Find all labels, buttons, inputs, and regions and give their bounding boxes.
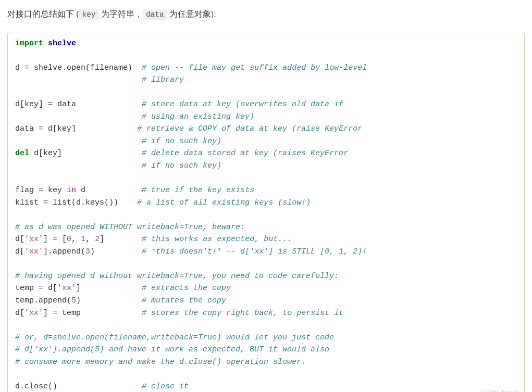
comment: # true if the key exists <box>142 186 254 195</box>
code-text: d[key] <box>43 124 137 133</box>
comment: # *this doesn't!* -- d['xx'] is STILL [0… <box>142 247 367 256</box>
comment: # delete data stored at key (raises KeyE… <box>142 149 348 158</box>
code-text: temp.append( <box>15 296 71 305</box>
code-pad <box>15 137 142 146</box>
comment: # close it <box>142 382 189 391</box>
op-eq: = <box>24 64 29 72</box>
intro-text-mid: 为字符串， <box>99 9 143 18</box>
code-text: data <box>53 100 142 109</box>
intro-paragraph: 对接口的总结如下 (key 为字符串，data 为任意对象): <box>7 6 525 22</box>
keyword-del: del <box>15 149 29 158</box>
code-text: d <box>15 64 24 72</box>
op-eq: = <box>48 100 53 109</box>
string: 'xx' <box>24 235 43 244</box>
number: 0 <box>67 235 71 244</box>
code-text: ) <box>76 296 142 305</box>
code-text: ].append( <box>43 247 85 256</box>
code-pad <box>15 75 142 84</box>
code-text: (d.keys()) <box>71 198 137 207</box>
code-text: d[ <box>15 247 24 256</box>
number: 1 <box>81 235 85 244</box>
code-text: d[key] <box>29 149 142 158</box>
keyword-in: in <box>67 186 76 195</box>
keyword-import: import <box>15 39 43 48</box>
op-eq: = <box>43 198 48 207</box>
op-eq: = <box>53 309 57 318</box>
op-eq: = <box>39 124 43 133</box>
comment: # a list of all existing keys (slow!) <box>137 198 311 207</box>
code-pad <box>15 112 142 121</box>
comment: # if no such key) <box>142 137 221 146</box>
code-text: [ <box>57 235 67 244</box>
comment: # or, d=shelve.open(filename,writeback=T… <box>15 333 334 342</box>
number: 5 <box>71 296 76 305</box>
string: 'xx' <box>24 247 43 256</box>
comment: # consume more memory and make the d.clo… <box>15 358 306 366</box>
inline-code-key: key <box>79 9 98 20</box>
comment: # mutates the copy <box>142 296 226 305</box>
code-text: , <box>85 235 95 244</box>
comment: # using an existing key) <box>142 112 254 121</box>
code-text: d <box>76 186 142 195</box>
op-eq: = <box>39 284 43 293</box>
intro-text-suffix: 为任意对象): <box>167 9 216 18</box>
code-block: import shelve d = shelve.open(filename) … <box>7 32 525 392</box>
code-text: d.close() <box>15 382 142 391</box>
code-pad <box>15 161 142 170</box>
comment: # having opened d without writeback=True… <box>15 272 339 281</box>
code-text: shelve.open(filename) <box>29 64 142 72</box>
comment: # extracts the copy <box>142 284 231 293</box>
comment: # stores the copy right back, to persist… <box>142 309 343 318</box>
number: 2 <box>95 235 100 244</box>
code-text: ] <box>43 235 53 244</box>
code-text: ] <box>43 309 53 318</box>
string: 'xx' <box>57 284 76 293</box>
comment: # store data at key (overwrites old data… <box>142 100 343 109</box>
code-text: ] <box>100 235 142 244</box>
code-text: ) <box>90 247 142 256</box>
code-text: temp <box>15 284 39 293</box>
op-eq: = <box>39 186 43 195</box>
watermark: CSDN @qslife <box>482 389 520 392</box>
code-text: ] <box>76 284 142 293</box>
string: 'xx' <box>24 309 43 318</box>
comment: # open -- file may get suffix added by l… <box>142 64 367 72</box>
code-text: d[ <box>15 309 24 318</box>
inline-code-data: data <box>143 9 167 20</box>
comment: # if no such key) <box>142 161 221 170</box>
code-text: key <box>43 186 67 195</box>
op-eq: = <box>53 235 57 244</box>
comment: # library <box>142 75 184 84</box>
module-shelve: shelve <box>43 39 76 48</box>
comment: # retrieve a COPY of data at key (raise … <box>137 124 362 133</box>
code-text: , <box>71 235 81 244</box>
code-text: d[key] <box>15 100 48 109</box>
number: 3 <box>85 247 90 256</box>
code-text: d[ <box>43 284 57 293</box>
code-text: klist <box>15 198 43 207</box>
code-text <box>48 198 53 207</box>
intro-text-prefix: 对接口的总结如下 ( <box>7 9 79 18</box>
code-text: d[ <box>15 235 24 244</box>
builtin-list: list <box>53 198 71 207</box>
comment: # d['xx'].append(5) and have it work as … <box>15 345 329 354</box>
code-text: temp <box>57 309 142 318</box>
comment: # as d was opened WITHOUT writeback=True… <box>15 223 245 232</box>
comment: # this works as expected, but... <box>142 235 292 244</box>
code-text: flag <box>15 186 39 195</box>
code-content: import shelve d = shelve.open(filename) … <box>15 37 517 392</box>
code-text: data <box>15 124 39 133</box>
